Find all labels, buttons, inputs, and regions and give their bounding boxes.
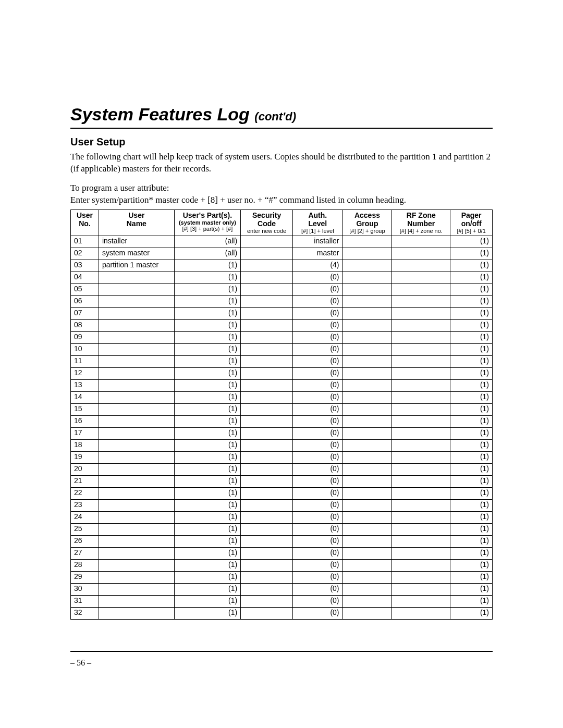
cell-auth-level: installer	[293, 236, 342, 248]
cell-security-code	[241, 283, 293, 295]
cell-pager: (1)	[450, 427, 493, 439]
table-row: 12(1)(0)(1)	[71, 367, 493, 379]
cell-user-no: 09	[71, 331, 99, 343]
cell-parts: (1)	[174, 391, 240, 403]
cell-parts: (1)	[174, 607, 240, 619]
cell-access-group	[342, 547, 392, 559]
cell-security-code	[241, 403, 293, 415]
cell-auth-level: (0)	[293, 559, 342, 571]
cell-user-no: 04	[71, 272, 99, 283]
table-row: 03partition 1 master(1)(4)(1)	[71, 260, 493, 272]
cell-user-no: 29	[71, 571, 99, 583]
cell-pager: (1)	[450, 463, 493, 475]
cell-pager: (1)	[450, 415, 493, 427]
cell-auth-level: (0)	[293, 379, 342, 391]
cell-user-name: partition 1 master	[99, 260, 174, 272]
table-row: 08(1)(0)(1)	[71, 319, 493, 331]
cell-access-group	[342, 499, 392, 511]
cell-parts: (1)	[174, 260, 240, 272]
cell-rf-zone	[392, 583, 450, 595]
table-row: 18(1)(0)(1)	[71, 439, 493, 451]
cell-auth-level: (0)	[293, 307, 342, 319]
table-row: 13(1)(0)(1)	[71, 379, 493, 391]
cell-access-group	[342, 427, 392, 439]
cell-auth-level: (0)	[293, 319, 342, 331]
cell-auth-level: (0)	[293, 331, 342, 343]
cell-rf-zone	[392, 535, 450, 547]
cell-security-code	[241, 391, 293, 403]
cell-access-group	[342, 523, 392, 535]
cell-auth-level: (0)	[293, 367, 342, 379]
cell-parts: (1)	[174, 547, 240, 559]
cell-security-code	[241, 499, 293, 511]
cell-security-code	[241, 547, 293, 559]
cell-user-no: 32	[71, 607, 99, 619]
cell-pager: (1)	[450, 331, 493, 343]
cell-user-no: 15	[71, 403, 99, 415]
cell-pager: (1)	[450, 475, 493, 487]
cell-parts: (1)	[174, 319, 240, 331]
cell-auth-level: (0)	[293, 595, 342, 607]
cell-user-no: 18	[71, 439, 99, 451]
cell-parts: (all)	[174, 236, 240, 248]
cell-rf-zone	[392, 295, 450, 307]
cell-user-no: 12	[71, 367, 99, 379]
cell-access-group	[342, 607, 392, 619]
cell-pager: (1)	[450, 355, 493, 367]
cell-rf-zone	[392, 355, 450, 367]
col-header-parts: User's Part(s). (system master only) [#]…	[174, 209, 240, 236]
cell-parts: (1)	[174, 487, 240, 499]
cell-security-code	[241, 559, 293, 571]
col-header-pager: Pageron/off [#] [5] + 0/1	[450, 209, 493, 236]
cell-security-code	[241, 475, 293, 487]
cell-rf-zone	[392, 463, 450, 475]
instruction-paragraph: To program a user attribute: Enter syste…	[70, 182, 493, 206]
table-row: 32(1)(0)(1)	[71, 607, 493, 619]
cell-access-group	[342, 343, 392, 355]
col-header-user-no: UserNo.	[71, 209, 99, 236]
table-row: 31(1)(0)(1)	[71, 595, 493, 607]
cell-user-name	[99, 487, 174, 499]
cell-rf-zone	[392, 511, 450, 523]
cell-parts: (1)	[174, 511, 240, 523]
cell-auth-level: (0)	[293, 487, 342, 499]
page-number: – 56 –	[70, 658, 493, 668]
cell-access-group	[342, 260, 392, 272]
cell-access-group	[342, 403, 392, 415]
cell-security-code	[241, 355, 293, 367]
cell-user-name	[99, 272, 174, 283]
cell-parts: (1)	[174, 535, 240, 547]
table-header-row: UserNo. UserName User's Part(s). (system…	[71, 209, 493, 236]
cell-user-name	[99, 403, 174, 415]
cell-user-name	[99, 559, 174, 571]
instruction-line2: Enter system/partition* master code + [8…	[70, 195, 406, 205]
cell-pager: (1)	[450, 283, 493, 295]
cell-rf-zone	[392, 367, 450, 379]
table-row: 27(1)(0)(1)	[71, 547, 493, 559]
col-header-access-group: AccessGroup [#] [2] + group	[342, 209, 392, 236]
cell-user-no: 03	[71, 260, 99, 272]
cell-rf-zone	[392, 595, 450, 607]
cell-parts: (1)	[174, 415, 240, 427]
cell-rf-zone	[392, 523, 450, 535]
table-row: 24(1)(0)(1)	[71, 511, 493, 523]
cell-user-no: 24	[71, 511, 99, 523]
cell-security-code	[241, 535, 293, 547]
table-row: 25(1)(0)(1)	[71, 523, 493, 535]
cell-pager: (1)	[450, 595, 493, 607]
cell-auth-level: (0)	[293, 523, 342, 535]
cell-rf-zone	[392, 571, 450, 583]
cell-user-no: 31	[71, 595, 99, 607]
cell-rf-zone	[392, 391, 450, 403]
cell-parts: (1)	[174, 427, 240, 439]
cell-access-group	[342, 571, 392, 583]
cell-access-group	[342, 439, 392, 451]
cell-parts: (1)	[174, 451, 240, 463]
cell-pager: (1)	[450, 487, 493, 499]
cell-user-name	[99, 547, 174, 559]
cell-rf-zone	[392, 331, 450, 343]
cell-user-no: 30	[71, 583, 99, 595]
cell-rf-zone	[392, 487, 450, 499]
cell-security-code	[241, 439, 293, 451]
table-row: 19(1)(0)(1)	[71, 451, 493, 463]
